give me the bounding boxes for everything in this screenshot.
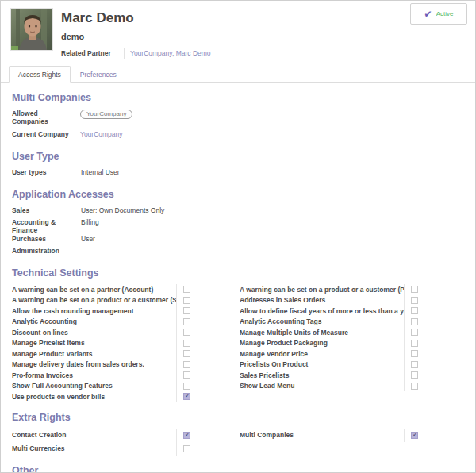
setting-checkbox[interactable] <box>411 350 418 357</box>
setting-checkbox[interactable] <box>411 318 418 325</box>
active-status-button[interactable]: ✔ Active <box>410 3 467 25</box>
avatar-photo-illustration <box>11 9 53 51</box>
setting-label: Allow the cash rounding management <box>12 307 176 315</box>
tab[interactable]: Access Rights <box>9 66 71 83</box>
setting-label: A warning can be set on a product or a c… <box>240 286 404 294</box>
setting-checkbox[interactable] <box>183 383 190 390</box>
setting-checkbox[interactable] <box>183 432 190 439</box>
current-company-row: Current Company YourCompany <box>12 129 464 141</box>
user-form-page: Marc Demo demo Related Partner YourCompa… <box>0 0 476 473</box>
setting-label: Manage Multiple Units of Measure <box>240 329 404 336</box>
related-partner-link[interactable]: YourCompany, Marc Demo <box>124 48 211 59</box>
checkbox-cell <box>176 306 205 317</box>
setting-label: Multi Companies <box>240 431 404 439</box>
field-row: Purchases User <box>12 234 464 246</box>
checkbox-cell <box>404 338 432 349</box>
setting-label: Pro-forma Invoices <box>12 371 176 379</box>
checkbox-cell <box>176 360 205 371</box>
technical-settings-left-column: A warning can be set on a partner (Accou… <box>12 284 205 402</box>
setting-row: Allow to define fiscal years of more or … <box>240 306 432 317</box>
setting-row: Pricelists On Product <box>240 360 432 371</box>
tab[interactable]: Preferences <box>71 66 126 83</box>
field-row: User types Internal User <box>12 167 464 179</box>
checkbox-cell <box>404 381 432 392</box>
setting-row: Contact Creation <box>12 429 205 442</box>
field-label: User types <box>12 167 75 179</box>
allowed-companies-value: YourCompany <box>75 109 464 125</box>
setting-checkbox[interactable] <box>183 329 190 336</box>
setting-row: Multi Companies <box>240 429 432 442</box>
setting-checkbox[interactable] <box>411 329 418 336</box>
setting-row: A warning can be set on a product or a c… <box>240 284 432 295</box>
setting-checkbox[interactable] <box>411 340 418 347</box>
section-title-technical-settings: Technical Settings <box>12 267 464 279</box>
setting-row: Multi Currencies <box>12 442 205 456</box>
setting-label: A warning can be set on a product or a c… <box>12 296 176 304</box>
setting-checkbox[interactable] <box>411 297 418 304</box>
checkbox-cell <box>176 442 205 456</box>
form-header: Marc Demo demo Related Partner YourCompa… <box>1 1 475 59</box>
field-label: Purchases <box>12 234 75 246</box>
setting-row: Manage Vendor Price <box>240 348 432 360</box>
section-title-extra-rights: Extra Rights <box>12 412 464 423</box>
checkbox-cell <box>176 327 205 338</box>
checkbox-cell <box>404 284 432 295</box>
tab-label: Access Rights <box>18 71 61 79</box>
setting-label: Sales Pricelists <box>240 371 404 379</box>
section-technical-settings: Technical Settings A warning can be set … <box>12 267 464 402</box>
user-name: Marc Demo <box>61 10 466 26</box>
setting-checkbox[interactable] <box>183 307 190 314</box>
setting-checkbox[interactable] <box>411 286 418 293</box>
checkbox-cell <box>176 338 205 349</box>
setting-label: Manage Product Packaging <box>240 339 404 347</box>
setting-label: Analytic Accounting Tags <box>240 317 404 325</box>
section-user-type: User Type User types Internal User <box>12 151 464 179</box>
setting-checkbox[interactable] <box>183 297 190 304</box>
section-title-other: Other <box>12 465 464 473</box>
check-icon: ✔ <box>424 10 432 19</box>
setting-checkbox[interactable] <box>411 432 418 439</box>
setting-row: A warning can be set on a product or a c… <box>12 295 205 306</box>
setting-row: Manage Product Variants <box>12 348 205 360</box>
field-label: Administration <box>12 246 75 258</box>
user-avatar <box>10 8 53 51</box>
setting-checkbox[interactable] <box>411 371 418 379</box>
checkbox-cell <box>176 381 205 392</box>
field-value <box>75 246 464 258</box>
header-text: Marc Demo demo Related Partner YourCompa… <box>61 8 466 59</box>
setting-checkbox[interactable] <box>411 383 418 390</box>
current-company-link[interactable]: YourCompany <box>80 130 123 138</box>
setting-checkbox[interactable] <box>183 393 190 400</box>
checkbox-cell <box>404 306 432 317</box>
section-other: Other Access to Private Addresses Smile … <box>12 465 464 473</box>
setting-label: Contact Creation <box>12 431 176 439</box>
checkbox-cell <box>404 348 432 360</box>
field-value: User: Own Documents Only <box>75 206 464 217</box>
setting-checkbox[interactable] <box>183 361 190 368</box>
checkbox-cell <box>176 391 205 402</box>
company-tag[interactable]: YourCompany <box>80 110 132 119</box>
setting-checkbox[interactable] <box>183 340 190 347</box>
checkbox-cell <box>176 348 205 360</box>
setting-row: Manage delivery dates from sales orders. <box>12 360 205 371</box>
access-rights-panel: Multi Companies Allowed Companies YourCo… <box>1 92 475 473</box>
setting-checkbox[interactable] <box>411 307 418 314</box>
current-company-value: YourCompany <box>75 129 464 141</box>
checkbox-cell <box>176 284 205 295</box>
setting-checkbox[interactable] <box>411 361 418 368</box>
setting-checkbox[interactable] <box>183 286 190 293</box>
setting-row: Manage Product Packaging <box>240 338 432 349</box>
checkbox-cell <box>176 370 205 381</box>
related-partner-label: Related Partner <box>61 48 124 59</box>
setting-row: Analytic Accounting Tags <box>240 317 432 328</box>
extra-rights-right-column: Multi Companies <box>240 429 432 442</box>
setting-checkbox[interactable] <box>183 445 190 452</box>
setting-row: Allow the cash rounding management <box>12 306 205 317</box>
field-label: Accounting & Finance <box>12 217 75 234</box>
setting-checkbox[interactable] <box>183 371 190 379</box>
setting-label: Discount on lines <box>12 329 176 336</box>
setting-row: Show Lead Menu <box>240 381 432 392</box>
setting-checkbox[interactable] <box>183 350 190 357</box>
setting-checkbox[interactable] <box>183 318 190 325</box>
tab-bar: Access Rights Preferences <box>1 66 475 83</box>
